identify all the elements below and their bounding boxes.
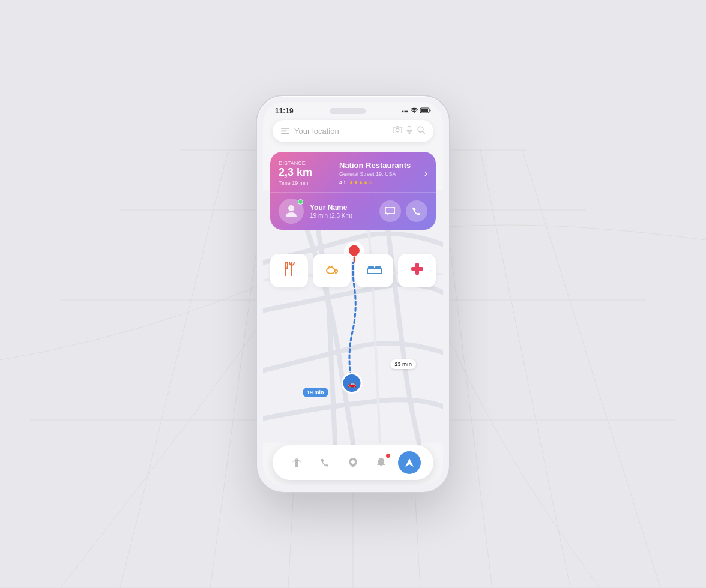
svg-rect-14 — [430, 110, 431, 112]
info-card-top: Distance 2,3 km Time 19 min Nation Resta… — [270, 152, 436, 193]
search-icons — [393, 126, 425, 136]
bed-icon — [367, 263, 382, 278]
category-row — [270, 254, 436, 287]
map-area: 🚗 Distance 2,3 km Time 19 min Nation Res… — [263, 147, 443, 486]
svg-point-20 — [396, 128, 399, 132]
status-bar: 11:19 ▪▪▪ — [263, 102, 443, 118]
restaurant-name: Nation Restaurants — [339, 161, 424, 170]
svg-rect-37 — [367, 269, 382, 274]
search-icon — [417, 126, 425, 136]
notch — [330, 108, 366, 114]
svg-line-6 — [120, 150, 228, 588]
avatar-icon — [285, 203, 298, 220]
category-cafe-button[interactable] — [313, 254, 351, 287]
phone-screen: 11:19 ▪▪▪ Your location — [263, 102, 443, 486]
distance-value: 2,3 km — [279, 166, 327, 179]
status-icons: ▪▪▪ — [402, 107, 431, 115]
online-status-dot — [298, 199, 303, 205]
svg-text:🚗: 🚗 — [348, 379, 357, 388]
distance-label: Distance — [279, 160, 327, 166]
time-label: Time 19 min — [279, 180, 327, 186]
svg-rect-32 — [385, 207, 395, 214]
svg-point-36 — [327, 268, 335, 274]
cross-icon — [411, 263, 423, 278]
phone-button[interactable] — [406, 200, 427, 222]
chevron-right-icon[interactable]: › — [424, 168, 427, 179]
wifi-icon — [411, 107, 418, 115]
svg-point-31 — [288, 205, 294, 211]
svg-rect-16 — [281, 128, 289, 129]
mic-icon — [406, 126, 412, 136]
user-info: Your Name 19 min (2,3 Km) — [310, 203, 373, 219]
rating-number: 4,5 — [339, 179, 347, 185]
category-medical-button[interactable] — [398, 254, 436, 287]
notification-badge — [386, 454, 390, 458]
nav-directions-button[interactable] — [285, 451, 308, 474]
svg-rect-15 — [421, 109, 428, 112]
svg-rect-41 — [411, 267, 423, 271]
info-card-bottom: Your Name 19 min (2,3 Km) — [270, 193, 436, 230]
svg-line-11 — [480, 150, 570, 588]
svg-rect-17 — [281, 130, 287, 131]
svg-rect-42 — [295, 460, 298, 467]
search-placeholder: Your location — [294, 127, 388, 136]
signal-icon: ▪▪▪ — [402, 108, 408, 115]
nav-navigate-button[interactable] — [398, 451, 421, 474]
user-distance: 19 min (2,3 Km) — [310, 212, 373, 219]
restaurant-address: General Street 19, USA — [339, 171, 424, 177]
category-hotel-button[interactable] — [355, 254, 393, 287]
info-distance: Distance 2,3 km Time 19 min — [279, 160, 327, 186]
user-avatar — [279, 199, 304, 224]
time-badge-23min: 23 min — [390, 359, 416, 369]
info-divider — [333, 161, 333, 185]
status-time: 11:19 — [275, 107, 294, 115]
rating-stars: ★★★★☆ — [349, 179, 373, 185]
message-button[interactable] — [379, 200, 401, 222]
category-restaurant-button[interactable] — [270, 254, 308, 287]
menu-icon — [281, 127, 289, 136]
restaurant-icon — [283, 262, 296, 280]
svg-rect-44 — [380, 465, 382, 466]
svg-line-12 — [522, 150, 660, 588]
info-card[interactable]: Distance 2,3 km Time 19 min Nation Resta… — [270, 152, 436, 230]
svg-line-25 — [423, 131, 425, 134]
phone-shell: 11:19 ▪▪▪ Your location — [257, 96, 449, 492]
user-name: Your Name — [310, 203, 373, 212]
svg-rect-18 — [281, 133, 289, 134]
battery-icon — [420, 107, 431, 115]
restaurant-info: Nation Restaurants General Street 19, US… — [339, 161, 424, 185]
camera-icon — [393, 126, 402, 136]
restaurant-rating: 4,5 ★★★★☆ — [339, 179, 424, 185]
svg-rect-39 — [375, 266, 381, 269]
coffee-icon — [325, 262, 339, 279]
svg-rect-38 — [368, 266, 374, 269]
nav-phone-button[interactable] — [313, 451, 336, 474]
search-bar[interactable]: Your location — [273, 120, 433, 142]
action-buttons — [379, 200, 427, 222]
nav-notifications-button[interactable] — [370, 451, 393, 474]
svg-rect-19 — [393, 127, 402, 133]
time-badge-19min: 19 min — [303, 388, 328, 397]
svg-point-43 — [351, 460, 355, 464]
nav-location-button[interactable] — [342, 451, 364, 474]
bottom-navigation — [273, 445, 433, 480]
svg-rect-21 — [408, 126, 411, 131]
